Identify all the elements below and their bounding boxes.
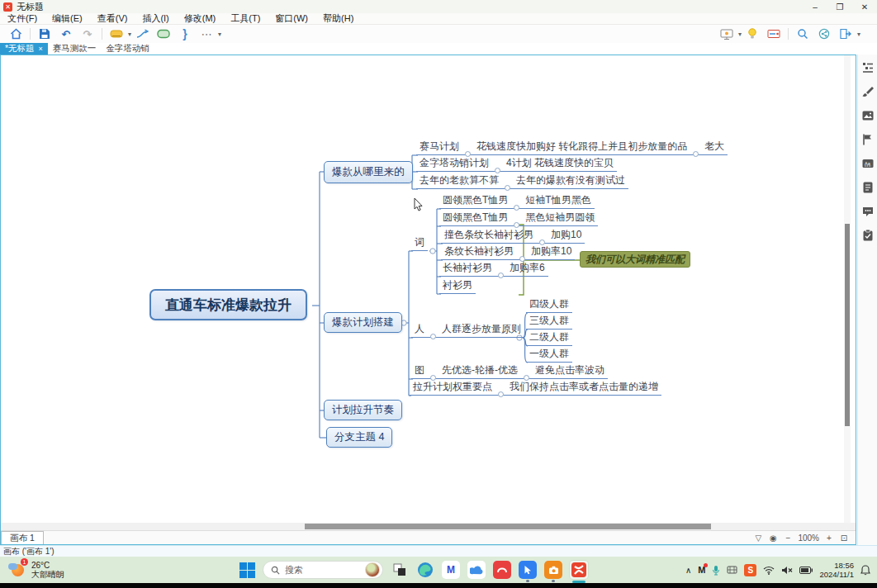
format-brush-icon[interactable] xyxy=(861,85,875,98)
outline-icon[interactable] xyxy=(861,61,875,74)
node-label[interactable]: 老大 xyxy=(703,140,726,154)
node-row[interactable]: 圆领黑色T恤男 黑色短袖男圆领 xyxy=(439,212,598,226)
edge-browser-icon[interactable] xyxy=(416,561,434,579)
node-label[interactable]: 我们保持点击率或者点击量的递增 xyxy=(508,380,660,394)
export-caret-icon[interactable]: ▾ xyxy=(857,31,860,38)
node-label[interactable]: 图 xyxy=(413,363,426,377)
export-button[interactable] xyxy=(837,26,854,41)
undo-button[interactable]: ↶ xyxy=(58,26,74,41)
tray-chevron-icon[interactable]: ∧ xyxy=(685,566,691,575)
node-row[interactable]: 撞色条纹长袖衬衫男 加购10 xyxy=(441,230,585,244)
notification-bell-icon[interactable] xyxy=(860,565,870,576)
node-row[interactable]: 衬衫男 xyxy=(439,280,476,294)
boundary-button[interactable] xyxy=(155,26,172,41)
node-label[interactable]: 避免点击率波动 xyxy=(533,363,606,377)
central-topic[interactable]: 直通车标准爆款拉升 xyxy=(149,289,307,320)
presentation-caret-icon[interactable]: ▾ xyxy=(738,31,742,38)
marker-caret-icon[interactable]: ▾ xyxy=(128,31,131,38)
node-label[interactable]: 圆领黑色T恤男 xyxy=(441,193,510,207)
node-label[interactable]: 撞色条纹长袖衬衫男 xyxy=(443,228,535,242)
node-label[interactable]: 衬衫男 xyxy=(441,278,474,292)
menu-insert[interactable]: 插入(I) xyxy=(135,12,176,25)
weather-widget[interactable]: 1 26°C 大部晴朗 xyxy=(0,561,239,580)
node-row[interactable]: 长袖衬衫男 加购率6 xyxy=(439,263,548,277)
vertical-scrollbar-thumb[interactable] xyxy=(845,224,850,426)
node-label[interactable]: 四级人群 xyxy=(528,297,571,311)
minimize-button[interactable]: – xyxy=(803,2,827,12)
pointer-app-icon[interactable] xyxy=(519,561,537,579)
node-row[interactable]: 赛马计划 花钱速度快加购好 转化跟得上并且初步放量的品 老大 xyxy=(416,141,728,155)
node-label[interactable]: 赛马计划 xyxy=(418,140,461,154)
xmind-app-icon[interactable] xyxy=(570,561,588,579)
search-icon[interactable] xyxy=(794,26,811,41)
eye-icon[interactable]: ◉ xyxy=(768,533,778,543)
cloud-app-icon[interactable] xyxy=(467,561,486,579)
tab-untitled[interactable]: *无标题 × xyxy=(0,43,48,55)
volume-muted-icon[interactable] xyxy=(781,566,793,575)
node-label[interactable]: 花钱速度快加购好 转化跟得上并且初步放量的品 xyxy=(475,140,689,154)
node-label[interactable]: 二级人群 xyxy=(528,330,571,344)
microphone-icon[interactable] xyxy=(712,565,720,576)
node-label[interactable]: 人 xyxy=(413,322,426,336)
node-label[interactable]: 圆领黑色T恤男 xyxy=(441,211,510,225)
node-label[interactable]: 加购10 xyxy=(549,228,583,242)
menu-help[interactable]: 帮助(H) xyxy=(315,12,361,25)
node-label[interactable]: 条纹长袖衬衫男 xyxy=(443,244,515,258)
node-label[interactable]: 短袖T恤男黑色 xyxy=(524,193,592,207)
close-button[interactable]: ✕ xyxy=(852,2,877,12)
node-label[interactable]: 去年的老款算不算 xyxy=(418,173,500,187)
sheet-tab-canvas1[interactable]: 画布 1 xyxy=(1,531,44,544)
collapse-dot[interactable] xyxy=(495,168,500,173)
share-button[interactable] xyxy=(816,26,832,41)
task-view-button[interactable] xyxy=(391,561,409,579)
node-row[interactable]: 条纹长袖衬衫男 加购率10 xyxy=(441,246,575,260)
marker-flag-icon[interactable] xyxy=(861,133,875,146)
tab-close-icon[interactable]: × xyxy=(39,45,43,53)
node-picture[interactable]: 图 先优选-轮播-优选 避免点击率波动 xyxy=(411,365,608,379)
mindmap-canvas[interactable]: 直通车标准爆款拉升 爆款从哪里来的 爆款计划搭建 计划拉升节奏 分支主题 4 赛… xyxy=(1,55,856,523)
zoom-fit-button[interactable]: ⊡ xyxy=(839,533,849,543)
node-label[interactable]: 人群逐步放量原则 xyxy=(440,322,523,336)
wifi-icon[interactable] xyxy=(763,566,775,575)
mastergo-app-icon[interactable]: M xyxy=(442,561,460,579)
branch-from-where[interactable]: 爆款从哪里来的 xyxy=(324,161,413,183)
node-label[interactable]: 去年的爆款有没有测试过 xyxy=(514,173,627,187)
menu-window[interactable]: 窗口(W) xyxy=(268,12,315,25)
filter-icon[interactable]: ▽ xyxy=(753,533,763,543)
image-icon[interactable] xyxy=(861,109,875,122)
comments-icon[interactable] xyxy=(861,205,875,218)
node-word[interactable]: 词 xyxy=(411,237,428,251)
marker-button[interactable] xyxy=(108,26,125,41)
tray-m-icon[interactable]: M xyxy=(698,565,705,575)
node-weight[interactable]: 拉升计划权重要点 我们保持点击率或者点击量的递增 xyxy=(410,382,661,396)
node-row[interactable]: 去年的老款算不算 去年的爆款有没有测试过 xyxy=(416,175,628,189)
node-level1[interactable]: 一级人群 xyxy=(526,349,572,363)
node-label[interactable]: 先优选-轮播-优选 xyxy=(440,363,519,377)
node-level4[interactable]: 四级人群 xyxy=(526,299,572,313)
zoom-in-button[interactable]: + xyxy=(824,533,834,543)
tab-jinzita[interactable]: 金字塔动销 xyxy=(101,43,154,55)
branch-4[interactable]: 分支主题 4 xyxy=(326,427,392,448)
node-row[interactable]: 圆领黑色T恤男 短袖T恤男黑色 xyxy=(439,195,595,209)
task-icon[interactable] xyxy=(861,229,875,242)
node-label[interactable]: 加购率6 xyxy=(508,261,547,275)
node-level2[interactable]: 二级人群 xyxy=(526,332,572,346)
red-app-icon[interactable] xyxy=(493,561,511,579)
collapse-dot[interactable] xyxy=(505,185,510,191)
battery-icon[interactable] xyxy=(799,567,813,574)
node-label[interactable]: 一级人群 xyxy=(528,347,571,361)
more-tools-button[interactable]: ⋯ xyxy=(198,26,215,41)
node-label[interactable]: 4计划 花钱速度快的宝贝 xyxy=(505,156,615,170)
node-label[interactable]: 黑色短袖男圆领 xyxy=(524,211,596,225)
more-tools-caret-icon[interactable]: ▾ xyxy=(218,31,221,38)
node-label[interactable]: 三级人群 xyxy=(528,314,571,328)
vertical-scrollbar[interactable] xyxy=(844,55,851,523)
callout-note[interactable]: 我们可以大词精准匹配 xyxy=(580,251,690,268)
home-icon[interactable] xyxy=(7,26,24,41)
collapse-dot[interactable] xyxy=(498,273,504,278)
node-label[interactable]: 长袖衬衫男 xyxy=(441,261,494,275)
node-level3[interactable]: 三级人群 xyxy=(526,315,572,330)
label-icon[interactable]: Aa xyxy=(861,157,875,170)
relationship-button[interactable] xyxy=(134,26,150,41)
horizontal-scrollbar-thumb[interactable] xyxy=(305,524,711,529)
